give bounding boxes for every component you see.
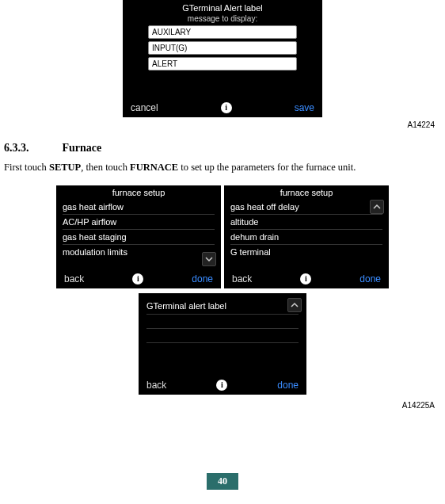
- done-button[interactable]: done: [359, 273, 381, 284]
- scroll-down-button[interactable]: [202, 252, 216, 266]
- screen-subtitle: message to display:: [123, 14, 322, 25]
- menu-item-gas-heat-airflow[interactable]: gas heat airflow: [63, 200, 215, 215]
- field-inputg[interactable]: INPUT(G): [148, 41, 297, 55]
- cancel-button[interactable]: cancel: [131, 102, 158, 113]
- chevron-up-icon: [373, 203, 381, 211]
- menu-item-ac-hp-airflow[interactable]: AC/HP airflow: [63, 215, 215, 230]
- setup-keyword: SETUP: [49, 162, 81, 173]
- section-title: Furnace: [63, 142, 102, 154]
- chevron-up-icon: [291, 301, 299, 309]
- info-icon[interactable]: i: [132, 273, 143, 284]
- done-button[interactable]: done: [277, 380, 299, 391]
- back-button[interactable]: back: [232, 273, 252, 284]
- scroll-up-button[interactable]: [370, 200, 384, 214]
- menu-item-empty: [146, 329, 299, 343]
- alert-label-screen: GTerminal Alert label message to display…: [123, 0, 322, 117]
- furnace-setup-screen-2: furnace setup gas heat off delay altitud…: [224, 185, 389, 288]
- figure-label-2: A14225A: [4, 398, 441, 418]
- chevron-down-icon: [205, 255, 213, 263]
- screen-title: furnace setup: [56, 185, 221, 200]
- menu-item-altitude[interactable]: altitude: [230, 215, 382, 230]
- info-icon[interactable]: i: [221, 102, 232, 113]
- furnace-setup-screen-1: furnace setup gas heat airflow AC/HP air…: [56, 185, 221, 288]
- done-button[interactable]: done: [192, 273, 213, 284]
- scroll-up-button[interactable]: [287, 298, 302, 312]
- figure-label-1: A14224: [4, 117, 441, 137]
- gterminal-alert-list-screen: GTerminal alert label back i done: [139, 293, 306, 395]
- section-heading: 6.3.3. Furnace: [4, 137, 441, 161]
- screen-title: GTerminal Alert label: [123, 0, 322, 14]
- menu-item-modulation-limits[interactable]: modulation limits: [63, 245, 215, 259]
- info-icon[interactable]: i: [216, 380, 227, 391]
- menu-item-gas-heat-staging[interactable]: gas heat staging: [63, 230, 215, 245]
- back-button[interactable]: back: [146, 380, 166, 391]
- back-button[interactable]: back: [64, 273, 84, 284]
- furnace-keyword: FURNACE: [130, 162, 178, 173]
- menu-item-dehum-drain[interactable]: dehum drain: [230, 230, 382, 245]
- screen-title: furnace setup: [224, 185, 389, 200]
- info-icon[interactable]: i: [300, 273, 311, 284]
- field-auxilary[interactable]: AUXILARY: [148, 25, 297, 39]
- menu-item-gterminal-alert-label[interactable]: GTerminal alert label: [146, 298, 299, 315]
- menu-item-empty: [146, 343, 299, 357]
- body-paragraph: First touch SETUP, then touch FURNACE to…: [4, 161, 441, 182]
- save-button[interactable]: save: [295, 102, 314, 113]
- section-number: 6.3.3.: [4, 142, 59, 155]
- menu-item-gas-heat-off-delay[interactable]: gas heat off delay: [230, 200, 382, 215]
- menu-item-g-terminal[interactable]: G terminal: [230, 245, 382, 259]
- field-alert[interactable]: ALERT: [148, 57, 297, 71]
- page-number: 40: [207, 473, 238, 490]
- menu-item-empty: [146, 315, 299, 329]
